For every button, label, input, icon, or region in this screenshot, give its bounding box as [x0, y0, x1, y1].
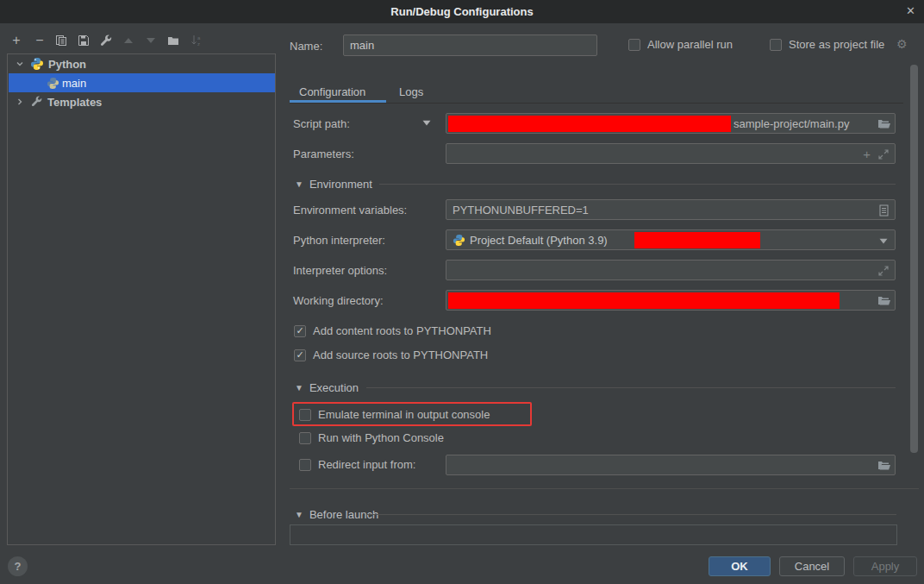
chevron-down-icon [16, 60, 24, 68]
copy-icon[interactable] [53, 33, 69, 48]
redirect-input-file-input[interactable] [446, 455, 896, 475]
browse-folder-icon[interactable] [877, 119, 891, 129]
section-divider [366, 514, 896, 515]
interpreter-options-label: Interpreter options: [293, 264, 387, 277]
ok-button[interactable]: OK [709, 556, 771, 576]
checkbox-label: Run with Python Console [318, 431, 444, 444]
tabs-separator [290, 103, 903, 104]
before-launch-task-list[interactable] [290, 524, 897, 545]
move-down-icon[interactable] [143, 33, 159, 48]
remove-icon[interactable]: − [32, 33, 47, 48]
redacted-interpreter-block [634, 232, 760, 248]
checkbox-box [299, 409, 311, 421]
svg-text:z: z [197, 41, 200, 47]
name-label: Name: [290, 40, 322, 53]
checkbox-checked-box [294, 349, 306, 361]
expand-field-icon[interactable] [878, 149, 889, 160]
tree-item-templates[interactable]: Templates [9, 92, 275, 111]
help-button[interactable]: ? [8, 556, 28, 576]
script-path-input[interactable]: sample-project/main.py [446, 113, 896, 134]
close-icon[interactable]: ✕ [906, 4, 915, 17]
configurations-tree-panel: Python main Templates [7, 53, 276, 545]
dropdown-caret-icon [879, 238, 888, 244]
working-directory-input[interactable] [446, 290, 896, 311]
run-debug-configurations-dialog: Run/Debug Configurations ✕ + − az Python… [0, 0, 924, 584]
script-path-value: sample-project/main.py [734, 117, 849, 130]
browse-folder-icon[interactable] [877, 461, 891, 471]
section-collapse-triangle-icon: ▼ [295, 510, 303, 519]
edit-templates-wrench-icon[interactable] [98, 33, 114, 48]
checkbox-checked-box [294, 325, 306, 337]
interpreter-options-input[interactable] [446, 260, 896, 280]
gear-icon[interactable]: ⚙ [896, 37, 908, 51]
python-logo-icon [453, 234, 465, 247]
env-variables-value: PYTHONUNBUFFERED=1 [450, 204, 589, 217]
title-bar: Run/Debug Configurations ✕ [0, 0, 924, 23]
checkbox-box [299, 432, 311, 444]
redacted-working-directory-block [448, 292, 840, 309]
checkbox-box [770, 39, 782, 51]
name-input[interactable] [343, 35, 597, 56]
chevron-right-icon [16, 97, 24, 106]
python-logo-icon [30, 57, 44, 71]
allow-parallel-run-checkbox[interactable]: Allow parallel run [628, 38, 733, 51]
parameters-input[interactable]: + [446, 143, 896, 164]
browse-folder-icon[interactable] [877, 296, 891, 306]
emulate-terminal-checkbox[interactable]: Emulate terminal in output console [299, 408, 490, 421]
tree-item-label: Python [48, 58, 86, 71]
add-source-roots-checkbox[interactable]: Add source roots to PYTHONPATH [294, 349, 488, 361]
section-collapse-triangle-icon: ▼ [295, 179, 303, 189]
tree-item-python[interactable]: Python [9, 54, 275, 73]
working-directory-label: Working directory: [293, 294, 384, 307]
add-icon[interactable]: + [9, 33, 24, 48]
checkbox-box [628, 39, 640, 51]
add-macro-plus-icon[interactable]: + [863, 147, 871, 161]
checkbox-label: Redirect input from: [318, 458, 415, 471]
add-content-roots-checkbox[interactable]: Add content roots to PYTHONPATH [294, 324, 491, 337]
section-divider [379, 184, 896, 185]
section-divider [366, 387, 896, 388]
env-variables-input[interactable]: PYTHONUNBUFFERED=1 [446, 199, 896, 220]
move-up-icon[interactable] [121, 33, 136, 48]
checkbox-label: Emulate terminal in output console [318, 408, 490, 421]
svg-text:a: a [197, 35, 201, 41]
checkbox-label: Add source roots to PYTHONPATH [313, 349, 488, 361]
script-path-label: Script path: [293, 117, 350, 130]
new-folder-icon[interactable] [165, 33, 181, 48]
checkbox-label: Allow parallel run [647, 38, 733, 51]
tree-item-main-selected[interactable]: main [9, 73, 275, 92]
execution-section-header[interactable]: ▼ Execution [295, 381, 359, 394]
wrench-icon [31, 96, 43, 108]
redirect-input-checkbox[interactable]: Redirect input from: [299, 458, 415, 471]
environment-section-header[interactable]: ▼ Environment [295, 178, 372, 191]
tab-logs[interactable]: Logs [399, 80, 423, 103]
python-logo-icon [47, 77, 59, 90]
sort-alphabetically-icon[interactable]: az [189, 33, 204, 48]
expand-field-icon[interactable] [878, 266, 889, 276]
save-icon[interactable] [76, 33, 91, 48]
env-variables-label: Environment variables: [293, 204, 407, 217]
store-as-project-file-checkbox[interactable]: Store as project file [770, 38, 884, 51]
script-path-dropdown-caret-icon[interactable] [422, 120, 431, 126]
dialog-title: Run/Debug Configurations [390, 5, 533, 18]
tree-item-label: Templates [47, 96, 102, 109]
content-bottom-divider [290, 488, 919, 489]
vertical-scrollbar-thumb[interactable] [910, 65, 918, 453]
apply-button[interactable]: Apply [853, 556, 917, 576]
checkbox-box [299, 459, 311, 471]
python-interpreter-label: Python interpreter: [293, 234, 385, 247]
edit-variables-list-icon[interactable] [879, 204, 889, 217]
checkbox-label: Add content roots to PYTHONPATH [313, 324, 491, 337]
parameters-label: Parameters: [293, 148, 354, 160]
python-interpreter-dropdown[interactable]: Project Default (Python 3.9) [446, 229, 896, 250]
cancel-button[interactable]: Cancel [779, 556, 845, 576]
redacted-script-path-block [448, 116, 731, 132]
run-with-python-console-checkbox[interactable]: Run with Python Console [299, 431, 444, 444]
section-collapse-triangle-icon: ▼ [295, 383, 303, 392]
interpreter-value: Project Default (Python 3.9) [470, 234, 608, 247]
tree-item-label: main [62, 77, 86, 90]
checkbox-label: Store as project file [789, 38, 884, 51]
